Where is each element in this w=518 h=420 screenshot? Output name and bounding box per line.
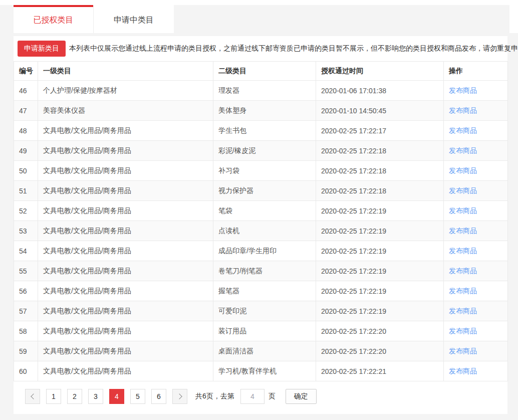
publish-product-link[interactable]: 发布商品 bbox=[449, 307, 477, 315]
cell-approval-time: 2020-02-25 17:22:19 bbox=[316, 221, 444, 241]
cell-category-level1: 个人护理/保健/按摩器材 bbox=[38, 81, 213, 101]
cell-id: 54 bbox=[14, 241, 38, 261]
next-page-button[interactable] bbox=[172, 389, 187, 404]
toolbar: 申请新类目 本列表中仅展示您通过线上流程申请的类目授权，之前通过线下邮寄资质已申… bbox=[14, 36, 507, 61]
cell-category-level1: 文具电教/文化用品/商务用品 bbox=[38, 321, 213, 341]
cell-id: 60 bbox=[14, 361, 38, 381]
table-row: 50文具电教/文化用品/商务用品补习袋2020-02-25 17:22:18发布… bbox=[14, 161, 508, 181]
page-button[interactable]: 6 bbox=[151, 389, 166, 404]
table-row: 51文具电教/文化用品/商务用品视力保护器2020-02-25 17:22:18… bbox=[14, 181, 508, 201]
tab-authorized-categories[interactable]: 已授权类目 bbox=[14, 5, 93, 33]
publish-product-link[interactable]: 发布商品 bbox=[449, 247, 477, 255]
cell-category-level2: 成品印章/学生用印 bbox=[213, 241, 316, 261]
page-button[interactable]: 2 bbox=[67, 389, 82, 404]
publish-product-link[interactable]: 发布商品 bbox=[449, 367, 477, 375]
cell-approval-time: 2020-02-25 17:22:18 bbox=[316, 161, 444, 181]
cell-category-level1: 文具电教/文化用品/商务用品 bbox=[38, 281, 213, 301]
cell-category-level1: 文具电教/文化用品/商务用品 bbox=[38, 341, 213, 361]
cell-category-level2: 学习机/教育伴学机 bbox=[213, 361, 316, 381]
publish-product-link[interactable]: 发布商品 bbox=[449, 146, 477, 154]
chevron-left-icon bbox=[31, 393, 36, 399]
table-row: 48文具电教/文化用品/商务用品学生书包2020-02-25 17:22:17发… bbox=[14, 121, 508, 141]
cell-category-level1: 文具电教/文化用品/商务用品 bbox=[38, 301, 213, 321]
cell-approval-time: 2020-02-25 17:22:20 bbox=[316, 341, 444, 361]
cell-approval-time: 2020-02-25 17:22:17 bbox=[316, 121, 444, 141]
cell-approval-time: 2020-02-25 17:22:19 bbox=[316, 281, 444, 301]
cell-approval-time: 2020-02-25 17:22:21 bbox=[316, 361, 444, 381]
cell-id: 53 bbox=[14, 221, 38, 241]
cell-category-level1: 文具电教/文化用品/商务用品 bbox=[38, 201, 213, 221]
table-row: 57文具电教/文化用品/商务用品可爱印泥2020-02-25 17:22:19发… bbox=[14, 301, 508, 321]
cell-operation: 发布商品 bbox=[444, 101, 508, 121]
cell-id: 46 bbox=[14, 81, 38, 101]
cell-category-level2: 卷笔刀/削笔器 bbox=[213, 261, 316, 281]
goto-page-input[interactable] bbox=[240, 389, 265, 404]
cell-category-level2: 装订用品 bbox=[213, 321, 316, 341]
cell-category-level1: 文具电教/文化用品/商务用品 bbox=[38, 161, 213, 181]
cell-category-level1: 文具电教/文化用品/商务用品 bbox=[38, 141, 213, 161]
publish-product-link[interactable]: 发布商品 bbox=[449, 267, 477, 275]
prev-page-button[interactable] bbox=[25, 389, 40, 404]
cell-id: 49 bbox=[14, 141, 38, 161]
cell-approval-time: 2020-02-25 17:22:19 bbox=[316, 301, 444, 321]
cell-id: 58 bbox=[14, 321, 38, 341]
cell-operation: 发布商品 bbox=[444, 261, 508, 281]
publish-product-link[interactable]: 发布商品 bbox=[449, 206, 477, 215]
header-operation: 操作 bbox=[444, 62, 508, 81]
table-row: 47美容美体仪器美体塑身2020-01-10 14:50:45发布商品 bbox=[14, 101, 508, 121]
page-button[interactable]: 3 bbox=[88, 389, 103, 404]
table-row: 49文具电教/文化用品/商务用品彩泥/橡皮泥2020-02-25 17:22:1… bbox=[14, 141, 508, 161]
cell-operation: 发布商品 bbox=[444, 181, 508, 201]
cell-operation: 发布商品 bbox=[444, 241, 508, 261]
header-approval-time: 授权通过时间 bbox=[316, 62, 444, 81]
cell-approval-time: 2020-02-25 17:22:20 bbox=[316, 321, 444, 341]
page-button-current[interactable]: 4 bbox=[109, 389, 124, 404]
publish-product-link[interactable]: 发布商品 bbox=[449, 186, 477, 194]
apply-new-category-button[interactable]: 申请新类目 bbox=[18, 41, 66, 57]
cell-category-level2: 补习袋 bbox=[213, 161, 316, 181]
cell-category-level1: 美容美体仪器 bbox=[38, 101, 213, 121]
notice-text: 本列表中仅展示您通过线上流程申请的类目授权，之前通过线下邮寄资质已申请的类目暂不… bbox=[69, 44, 518, 53]
content-area: 申请新类目 本列表中仅展示您通过线上流程申请的类目授权，之前通过线下邮寄资质已申… bbox=[0, 33, 518, 420]
cell-operation: 发布商品 bbox=[444, 141, 508, 161]
publish-product-link[interactable]: 发布商品 bbox=[449, 126, 477, 134]
cell-approval-time: 2020-02-25 17:22:19 bbox=[316, 201, 444, 221]
cell-operation: 发布商品 bbox=[444, 361, 508, 381]
table-row: 46个人护理/保健/按摩器材理发器2020-01-06 17:01:38发布商品 bbox=[14, 81, 508, 101]
publish-product-link[interactable]: 发布商品 bbox=[449, 166, 477, 174]
table-header-row: 编号 一级类目 二级类目 授权通过时间 操作 bbox=[14, 62, 508, 81]
table-row: 55文具电教/文化用品/商务用品卷笔刀/削笔器2020-02-25 17:22:… bbox=[14, 261, 508, 281]
cell-category-level2: 学生书包 bbox=[213, 121, 316, 141]
cell-id: 52 bbox=[14, 201, 38, 221]
cell-approval-time: 2020-02-25 17:22:19 bbox=[316, 261, 444, 281]
cell-category-level2: 美体塑身 bbox=[213, 101, 316, 121]
publish-product-link[interactable]: 发布商品 bbox=[449, 347, 477, 355]
table-row: 58文具电教/文化用品/商务用品装订用品2020-02-25 17:22:20发… bbox=[14, 321, 508, 341]
cell-id: 57 bbox=[14, 301, 38, 321]
cell-operation: 发布商品 bbox=[444, 281, 508, 301]
publish-product-link[interactable]: 发布商品 bbox=[449, 287, 477, 295]
publish-product-link[interactable]: 发布商品 bbox=[449, 86, 477, 94]
cell-category-level1: 文具电教/文化用品/商务用品 bbox=[38, 221, 213, 241]
confirm-button[interactable]: 确定 bbox=[286, 389, 317, 404]
cell-category-level2: 桌面清洁器 bbox=[213, 341, 316, 361]
page-button[interactable]: 1 bbox=[46, 389, 61, 404]
cell-id: 56 bbox=[14, 281, 38, 301]
publish-product-link[interactable]: 发布商品 bbox=[449, 327, 477, 335]
cell-category-level2: 可爱印泥 bbox=[213, 301, 316, 321]
table-row: 54文具电教/文化用品/商务用品成品印章/学生用印2020-02-25 17:2… bbox=[14, 241, 508, 261]
cell-category-level2: 视力保护器 bbox=[213, 181, 316, 201]
tab-applying-categories[interactable]: 申请中类目 bbox=[93, 5, 174, 33]
page-button[interactable]: 5 bbox=[130, 389, 145, 404]
publish-product-link[interactable]: 发布商品 bbox=[449, 106, 477, 114]
authorized-categories-table: 编号 一级类目 二级类目 授权通过时间 操作 46个人护理/保健/按摩器材理发器… bbox=[14, 61, 508, 381]
total-pages-text: 共6页，去第 bbox=[195, 392, 234, 401]
cell-category-level1: 文具电教/文化用品/商务用品 bbox=[38, 181, 213, 201]
cell-approval-time: 2020-02-25 17:22:18 bbox=[316, 141, 444, 161]
publish-product-link[interactable]: 发布商品 bbox=[449, 227, 477, 235]
cell-approval-time: 2020-01-06 17:01:38 bbox=[316, 81, 444, 101]
cell-approval-time: 2020-02-25 17:22:19 bbox=[316, 241, 444, 261]
cell-category-level2: 理发器 bbox=[213, 81, 316, 101]
cell-id: 51 bbox=[14, 181, 38, 201]
cell-category-level1: 文具电教/文化用品/商务用品 bbox=[38, 241, 213, 261]
